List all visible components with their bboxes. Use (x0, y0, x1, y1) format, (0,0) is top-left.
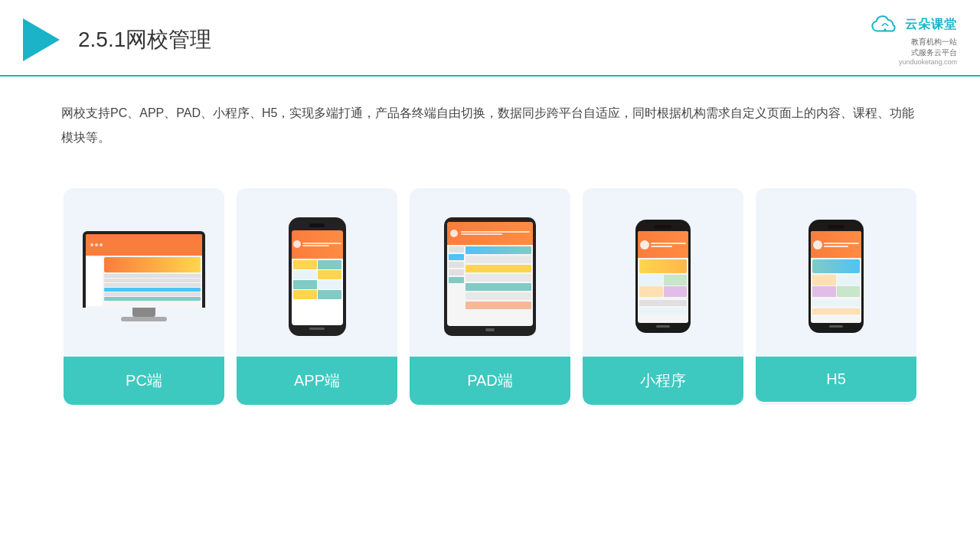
pc-mockup (83, 231, 205, 321)
cloud-icon (870, 14, 900, 35)
miniprogram-image (583, 188, 743, 357)
pad-image (410, 188, 570, 357)
h5-image (756, 188, 916, 357)
cloud-logo: 云朵课堂 (870, 14, 957, 35)
pc-card: PC端 (64, 188, 224, 405)
svg-point-0 (884, 28, 886, 31)
h5-card: H5 (756, 188, 916, 405)
miniprogram-label: 小程序 (583, 357, 743, 405)
device-cards-container: PC端 (0, 173, 980, 405)
app-phone-mockup (289, 217, 346, 336)
pc-image (64, 188, 224, 357)
pad-card: PAD端 (410, 188, 570, 405)
pad-label: PAD端 (410, 357, 570, 405)
description-text: 网校支持PC、APP、PAD、小程序、H5，实现多端打通，产品各终端自由切换，数… (0, 77, 980, 165)
brand-tagline: 教育机构一站式服务云平台 (911, 37, 957, 58)
tablet-mockup (444, 217, 536, 336)
brand-container: 云朵课堂 教育机构一站式服务云平台 yunduoketang.com (870, 14, 957, 66)
page-title: 2.5.1网校管理 (78, 25, 211, 54)
brand-url: yunduoketang.com (899, 58, 957, 66)
h5-phone-mockup (808, 220, 864, 333)
app-card: APP端 (237, 188, 397, 405)
app-label: APP端 (237, 357, 397, 405)
miniprogram-card: 小程序 (583, 188, 743, 405)
header-left: 2.5.1网校管理 (23, 18, 211, 61)
logo-triangle-icon (23, 18, 60, 61)
h5-label: H5 (756, 357, 916, 402)
pc-label: PC端 (64, 357, 224, 405)
brand-name: 云朵课堂 (905, 17, 957, 33)
app-image (237, 188, 397, 357)
page-header: 2.5.1网校管理 云朵课堂 教育机构一站式服务云平台 yunduoketang… (0, 0, 980, 77)
miniprogram-phone-mockup (635, 220, 691, 333)
